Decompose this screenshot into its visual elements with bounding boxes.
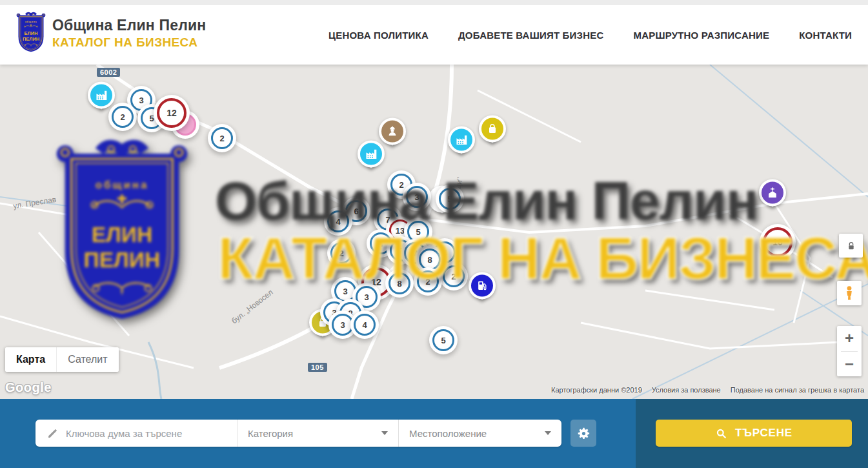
chevron-down-icon <box>545 431 551 435</box>
attribution-copyright: Картографски данни ©2019 <box>551 386 642 394</box>
lock-button[interactable] <box>839 234 863 258</box>
category-select[interactable]: Категория <box>237 420 398 447</box>
cluster-marker[interactable]: 8 <box>389 272 410 294</box>
search-icon <box>715 427 727 440</box>
chevron-down-icon <box>381 431 388 435</box>
nav-item-route-schedule[interactable]: МАРШРУТНО РАЗПИСАНИЕ <box>633 30 769 41</box>
report-map-error-link[interactable]: Подаване на сигнал за грешка в картата <box>731 386 864 394</box>
cluster-marker[interactable]: 3 <box>356 286 378 308</box>
header: общинаЕЛИНПЕЛИН Община Елин Пелин КАТАЛО… <box>0 5 868 65</box>
google-logo[interactable]: Google <box>5 380 52 395</box>
map-type-control: Карта Сателит <box>5 347 119 372</box>
road-badge: 6002 <box>97 68 120 77</box>
nav-item-pricing-policy[interactable]: ЦЕНОВА ПОЛИТИКА <box>328 30 429 41</box>
coat-of-arms-icon: общинаЕЛИНПЕЛИН <box>16 12 46 54</box>
factory-pin[interactable] <box>448 126 475 162</box>
factory-icon <box>88 81 115 108</box>
cluster-marker[interactable]: 3 <box>406 186 428 208</box>
keyword-input[interactable] <box>65 427 237 440</box>
cluster-marker[interactable]: 2 <box>330 242 352 264</box>
main-nav: ЦЕНОВА ПОЛИТИКА ДОБАВЕТЕ ВАШИЯТ БИЗНЕС М… <box>328 5 852 65</box>
map-view-button[interactable]: Карта <box>5 347 56 372</box>
cluster-marker[interactable]: 5 <box>439 188 461 210</box>
search-bar: Категория Местоположение ТЪРСЕНЕ <box>0 399 868 468</box>
cluster-marker[interactable]: 12 <box>157 98 187 128</box>
cluster-marker[interactable]: 5 <box>432 329 454 351</box>
pegman-icon <box>842 285 857 301</box>
search-box: Категория Местоположение <box>35 420 561 447</box>
cluster-marker[interactable]: 8 <box>419 249 441 270</box>
factory-icon <box>448 126 475 153</box>
cluster-marker[interactable]: 2 <box>443 265 465 287</box>
cluster-marker[interactable]: 2 <box>211 127 233 149</box>
map-attribution: Картографски данни ©2019 Условия за полз… <box>551 386 864 394</box>
site-title: Община Елин Пелин <box>52 17 206 34</box>
municipality-logo[interactable]: общинаЕЛИНПЕЛИН Община Елин Пелин КАТАЛО… <box>16 12 206 54</box>
fuel-pin[interactable] <box>469 272 496 308</box>
cluster-marker[interactable]: 10 <box>763 227 792 257</box>
cluster-marker[interactable]: 2 <box>417 270 439 292</box>
category-value: Категория <box>248 428 293 439</box>
search-panel-right: ТЪРСЕНЕ <box>636 399 868 468</box>
location-select[interactable]: Местоположение <box>398 420 561 447</box>
nav-item-add-your-business[interactable]: ДОБАВЕТЕ ВАШИЯТ БИЗНЕС <box>458 30 603 41</box>
nav-item-contacts[interactable]: КОНТАКТИ <box>799 30 852 41</box>
pegman-streetview-button[interactable] <box>837 281 862 305</box>
logo-text: Община Елин Пелин КАТАЛОГ НА БИЗНЕСА <box>52 17 206 50</box>
svg-text:ЕЛИН: ЕЛИН <box>25 30 38 36</box>
shopping-bag-icon <box>479 115 506 142</box>
search-button-label: ТЪРСЕНЕ <box>735 427 792 440</box>
cluster-marker[interactable]: 4 <box>354 314 376 336</box>
site-subtitle: КАТАЛОГ НА БИЗНЕСА <box>52 36 206 50</box>
satellite-view-button[interactable]: Сателит <box>56 347 118 372</box>
cluster-marker[interactable]: 4 <box>370 232 392 254</box>
location-value: Местоположение <box>409 428 487 439</box>
cluster-marker[interactable]: 2 <box>112 106 134 128</box>
cluster-marker[interactable]: 3 <box>332 314 354 336</box>
zoom-in-button[interactable]: + <box>837 326 862 351</box>
factory-pin[interactable] <box>358 140 385 176</box>
church-pin[interactable] <box>759 179 786 215</box>
gear-icon <box>577 427 590 440</box>
svg-text:ПЕЛИН: ПЕЛИН <box>23 36 39 42</box>
zoom-out-button[interactable]: − <box>837 352 862 377</box>
factory-pin[interactable] <box>88 81 115 117</box>
zoom-control: + − <box>837 326 862 376</box>
lock-icon <box>846 241 856 251</box>
cluster-marker[interactable]: 3 <box>334 280 356 302</box>
shopping-bag-pin[interactable] <box>479 115 506 151</box>
keyword-field[interactable] <box>35 420 237 447</box>
factory-icon <box>358 140 385 167</box>
advanced-settings-button[interactable] <box>570 420 596 447</box>
fuel-icon <box>469 272 496 299</box>
map-canvas[interactable]: 6002105 ул. Преславбул. „Новоселлци" 325… <box>0 65 868 399</box>
church-icon <box>759 179 786 206</box>
search-button[interactable]: ТЪРСЕНЕ <box>656 420 852 447</box>
pencil-icon <box>47 428 58 439</box>
page: общинаЕЛИНПЕЛИН Община Елин Пелин КАТАЛО… <box>0 0 868 468</box>
terms-of-use-link[interactable]: Условия за ползване <box>652 386 721 394</box>
cluster-marker[interactable]: 4 <box>327 210 349 232</box>
road-badge: 105 <box>308 363 327 372</box>
top-strip <box>0 0 868 5</box>
svg-text:община: община <box>25 21 37 23</box>
cluster-marker[interactable]: 5 <box>407 221 429 243</box>
